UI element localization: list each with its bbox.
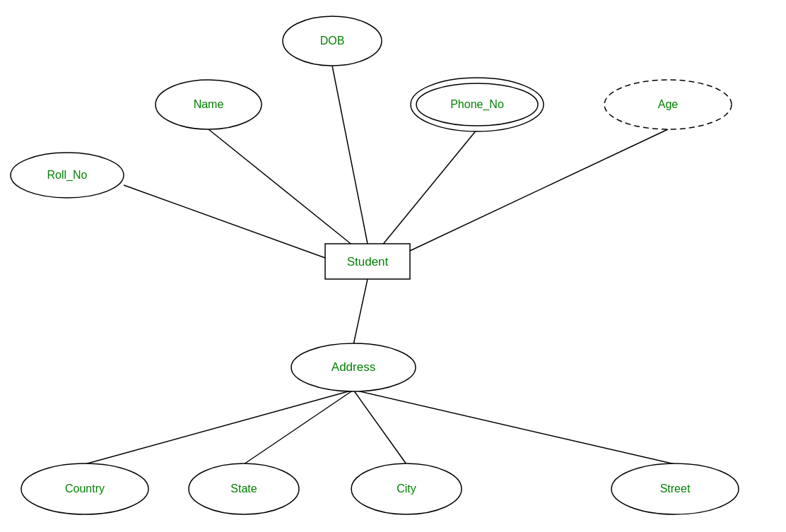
attr-phone-label: Phone_No (450, 98, 504, 111)
line-student-dob (332, 66, 368, 244)
attr-street-label: Street (660, 483, 691, 495)
line-address-country (85, 390, 353, 464)
attr-state-label: State (230, 483, 257, 495)
attr-country-label: Country (65, 483, 105, 495)
entity-address-label: Address (332, 360, 375, 374)
attr-city-label: City (397, 483, 416, 495)
attr-rollno-label: Roll_No (47, 169, 88, 182)
attr-name-label: Name (194, 98, 224, 110)
line-address-state (244, 390, 353, 464)
line-student-phone (382, 129, 477, 246)
er-diagram: Student DOB Name Phone_No Age Roll_No Ad… (0, 0, 786, 532)
line-student-age (410, 129, 668, 251)
line-student-address (353, 279, 368, 345)
line-address-street (353, 390, 675, 464)
entity-student-label: Student (347, 255, 389, 268)
line-student-name (209, 129, 353, 246)
attr-dob-label: DOB (320, 35, 345, 47)
attr-age-label: Age (658, 98, 679, 110)
line-student-rollno (124, 185, 325, 258)
line-address-city (353, 390, 406, 464)
